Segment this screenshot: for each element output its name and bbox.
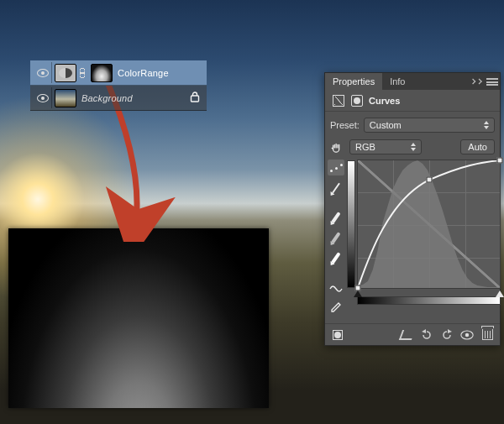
mask-icon[interactable] <box>350 94 364 107</box>
curve-tool-column <box>328 160 344 315</box>
preset-row: Preset: Custom <box>325 112 500 136</box>
visibility-toggle[interactable] <box>459 327 475 343</box>
channel-row: RGB Auto <box>325 136 500 158</box>
clip-to-layer-button[interactable] <box>399 327 414 343</box>
visibility-toggle[interactable] <box>34 62 52 83</box>
channel-value: RGB <box>355 142 375 152</box>
preset-select[interactable]: Custom <box>364 118 495 133</box>
curve-point-highlight[interactable] <box>497 158 503 164</box>
curves-icon <box>332 94 345 107</box>
delete-adjustment-button[interactable] <box>480 327 495 343</box>
layer-thumbnail[interactable] <box>55 89 76 107</box>
smooth-curve-button[interactable] <box>328 279 344 295</box>
lock-icon <box>190 92 200 104</box>
properties-panel: Properties Info Curves Preset: Custom <box>324 72 501 346</box>
draw-curve-tool[interactable] <box>328 180 344 196</box>
white-eyedropper[interactable] <box>328 249 344 265</box>
reset-button[interactable] <box>439 327 454 343</box>
white-point-slider[interactable] <box>496 291 504 297</box>
visibility-toggle[interactable] <box>34 87 52 108</box>
panel-footer <box>325 323 500 345</box>
channel-select[interactable]: RGB <box>349 139 422 154</box>
layer-row-background[interactable]: Background <box>30 86 207 111</box>
mask-toggle-button[interactable] <box>330 327 345 343</box>
input-gradient[interactable] <box>357 296 501 305</box>
link-icon <box>78 68 87 78</box>
select-stepper-icon <box>411 143 416 151</box>
gray-eyedropper[interactable] <box>328 229 344 245</box>
layer-row-colorrange[interactable]: ColorRange <box>30 60 207 86</box>
svg-rect-0 <box>192 96 199 102</box>
edit-points-tool[interactable] <box>328 299 344 315</box>
layer-mask-thumbnail[interactable] <box>91 64 113 82</box>
target-adjust-tool[interactable] <box>329 139 344 154</box>
collapse-icon[interactable] <box>470 79 476 85</box>
layers-panel: ColorRange Background <box>30 60 207 111</box>
layer-name[interactable]: Background <box>81 93 133 103</box>
eye-icon <box>37 69 49 77</box>
panel-tabbar: Properties Info <box>325 73 500 90</box>
point-curve-tool[interactable] <box>328 160 344 175</box>
select-stepper-icon <box>484 121 489 129</box>
tab-properties[interactable]: Properties <box>325 73 382 90</box>
panel-title: Curves <box>369 96 400 106</box>
tab-info[interactable]: Info <box>382 73 412 90</box>
layer-name[interactable]: ColorRange <box>118 68 169 78</box>
panel-menu-icon[interactable] <box>486 78 498 86</box>
black-point-slider[interactable] <box>354 291 362 297</box>
adjustment-thumbnail[interactable] <box>55 64 76 82</box>
collapse-icon <box>476 79 482 85</box>
preset-label: Preset: <box>330 120 360 130</box>
curve-point-mid[interactable] <box>426 176 432 182</box>
preset-value: Custom <box>370 120 402 130</box>
mask-thumbnail-overlay <box>8 228 269 408</box>
curve-graph[interactable] <box>357 160 501 289</box>
previous-state-button[interactable] <box>419 327 434 343</box>
output-gradient <box>347 160 355 288</box>
auto-button[interactable]: Auto <box>460 139 495 154</box>
eye-icon <box>37 94 49 102</box>
black-eyedropper[interactable] <box>328 209 344 225</box>
panel-header: Curves <box>325 90 500 112</box>
